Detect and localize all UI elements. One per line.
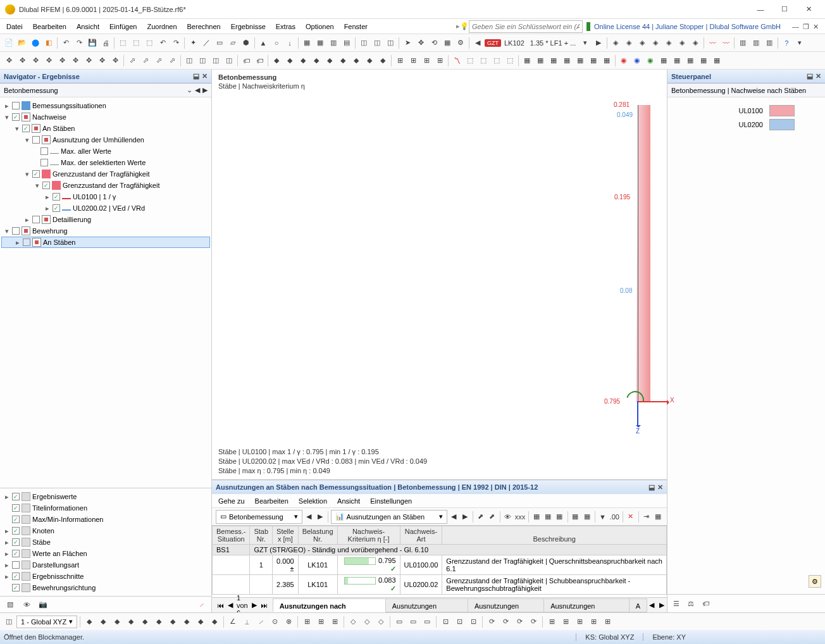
opt-bewehrungsrichtung[interactable]: ✓Bewehrungsrichtung: [1, 582, 210, 593]
pager-first-icon[interactable]: ⏮: [217, 602, 224, 609]
tm-selektion[interactable]: Selektion: [299, 497, 327, 505]
d2-icon[interactable]: ⬚: [464, 54, 476, 67]
st-icon9[interactable]: ◆: [180, 616, 193, 628]
steuer-pin-icon[interactable]: ⬓: [807, 72, 813, 80]
steuer-tag-icon[interactable]: 🏷: [699, 597, 712, 610]
st-grid2-icon[interactable]: ⊞: [314, 616, 327, 628]
member-icon[interactable]: ▭: [213, 37, 226, 49]
st-icon6[interactable]: ◆: [139, 616, 151, 628]
tab-querschnittsweise[interactable]: Ausnutzungen querschnittsweise: [543, 598, 630, 612]
filter3-icon[interactable]: ▥: [763, 37, 776, 49]
tab-a[interactable]: A: [629, 598, 647, 612]
c8-icon[interactable]: ▦: [710, 54, 723, 67]
th-stelle[interactable]: Stellex [m]: [273, 526, 299, 545]
sub-close-icon[interactable]: ✕: [813, 20, 819, 34]
nav-diag-icon[interactable]: ⟋: [195, 598, 208, 611]
s3-icon[interactable]: ◆: [297, 54, 309, 67]
results-table[interactable]: Bemess.-Situation StabNr. Stellex [m] Be…: [212, 526, 667, 595]
sel5-icon[interactable]: ✥: [56, 54, 68, 67]
th-bemess[interactable]: Bemess.-Situation: [213, 526, 250, 545]
tp-prev2-icon[interactable]: ◀: [449, 512, 459, 521]
st-snap2-icon[interactable]: ⟂: [240, 616, 253, 628]
nav-next-icon[interactable]: ▶: [202, 86, 208, 94]
r7-icon[interactable]: ▦: [600, 54, 613, 67]
load-icon[interactable]: ↓: [283, 37, 296, 49]
redo-icon[interactable]: ↷: [73, 37, 85, 49]
nav-camera-icon[interactable]: 📷: [37, 598, 49, 611]
menu-zuordnen[interactable]: Zuordnen: [142, 20, 182, 34]
tp-tool11-icon[interactable]: ▦: [653, 511, 663, 523]
help-bulb-icon[interactable]: 💡: [460, 22, 469, 30]
dropdown2-icon[interactable]: ▾: [793, 37, 806, 49]
st-c3-icon[interactable]: ⊞: [573, 616, 586, 628]
st-icon7[interactable]: ◆: [152, 616, 165, 628]
view3-icon[interactable]: ⬚: [143, 37, 156, 49]
sub-restore-icon[interactable]: ❐: [803, 20, 809, 34]
arrow-icon[interactable]: ➤: [401, 37, 414, 49]
c3-icon[interactable]: ◉: [644, 54, 657, 67]
v4-icon[interactable]: ⊞: [433, 54, 446, 67]
tree-ausnutzung[interactable]: ▾Ausnutzung der Umhüllenden: [1, 134, 210, 146]
tp-tool9-icon[interactable]: ▦: [581, 511, 592, 523]
tp-pin-icon[interactable]: ⬓: [648, 483, 655, 492]
th-art[interactable]: Nachweis-Art: [400, 526, 442, 545]
extra7-icon[interactable]: ◈: [689, 37, 702, 49]
st-icon10[interactable]: ◆: [194, 616, 207, 628]
surface-icon[interactable]: ▱: [226, 37, 239, 49]
table-select-module[interactable]: ▭Betonbemessung▾: [216, 510, 302, 524]
st-icon4[interactable]: ◆: [111, 616, 123, 628]
r1-icon[interactable]: ▦: [521, 54, 533, 67]
calc-icon[interactable]: ▥: [327, 37, 340, 49]
extra6-icon[interactable]: ◈: [676, 37, 688, 49]
nav-display-icon[interactable]: ▧: [4, 598, 16, 611]
st-b4-icon[interactable]: ⟳: [527, 616, 540, 628]
opt-titel[interactable]: ✓Titelinformationen: [1, 502, 210, 514]
mesh1-icon[interactable]: ◫: [183, 54, 195, 67]
opt-ergebnisschnitte[interactable]: ▸✓Ergebnisschnitte: [1, 571, 210, 582]
mesh2-icon[interactable]: ◫: [196, 54, 209, 67]
lbl2-icon[interactable]: 🏷: [253, 54, 266, 67]
table1-icon[interactable]: ▦: [301, 37, 313, 49]
st-b3-icon[interactable]: ⟳: [513, 616, 526, 628]
filter1-icon[interactable]: ▥: [736, 37, 749, 49]
opt-maxmin[interactable]: ✓Max/Min-Informationen: [1, 514, 210, 525]
cur2-icon[interactable]: ⬀: [139, 54, 152, 67]
tp-tool4-icon[interactable]: xxx: [514, 511, 526, 523]
lk-label[interactable]: LK102: [502, 39, 527, 47]
mesh-icon[interactable]: ▦: [441, 37, 454, 49]
close-button[interactable]: ✕: [797, 3, 820, 16]
st-osnap2-icon[interactable]: ◇: [361, 616, 373, 628]
st-a3-icon[interactable]: ⊡: [467, 616, 480, 628]
sel9-icon[interactable]: ✥: [109, 54, 121, 67]
extra1-icon[interactable]: ◈: [609, 37, 622, 49]
hinge-icon[interactable]: ○: [270, 37, 283, 49]
s5-icon[interactable]: ◆: [323, 54, 336, 67]
redo2-icon[interactable]: ↷: [170, 37, 182, 49]
line-icon[interactable]: ／: [200, 37, 213, 49]
tp-filter-icon[interactable]: ▼: [597, 511, 607, 523]
extra3-icon[interactable]: ◈: [636, 37, 648, 49]
pager-prev-icon[interactable]: ◀: [228, 601, 233, 609]
sel2-icon[interactable]: ✥: [16, 54, 28, 67]
menu-extras[interactable]: Extras: [271, 20, 301, 34]
graph2-icon[interactable]: 〰: [719, 37, 732, 49]
c5-icon[interactable]: ▦: [671, 54, 683, 67]
sel4-icon[interactable]: ✥: [42, 54, 55, 67]
nav-close-icon[interactable]: ✕: [202, 72, 208, 80]
cur1-icon[interactable]: ⬀: [126, 54, 139, 67]
th-beschreibung[interactable]: Beschreibung: [442, 526, 667, 545]
graph1-icon[interactable]: 〰: [706, 37, 719, 49]
c6-icon[interactable]: ▦: [684, 54, 697, 67]
s4-icon[interactable]: ◆: [310, 54, 323, 67]
table-row[interactable]: 1 0.000 ± LK101 0.795 ✓ UL0100.00 Grenzz…: [213, 555, 667, 575]
st-c1-icon[interactable]: ⊞: [545, 616, 558, 628]
th-kriterium[interactable]: Nachweis-Kriterium η [-]: [337, 526, 400, 545]
sel8-icon[interactable]: ✥: [96, 54, 108, 67]
st-icon1[interactable]: ◫: [3, 616, 15, 628]
tp-tool10-icon[interactable]: .00: [609, 511, 620, 523]
st-wp1-icon[interactable]: ▭: [393, 616, 406, 628]
tm-einstellungen[interactable]: Einstellungen: [370, 497, 412, 505]
r6-icon[interactable]: ▦: [587, 54, 600, 67]
tp-next2-icon[interactable]: ▶: [460, 512, 470, 521]
d3-icon[interactable]: ⬚: [477, 54, 490, 67]
